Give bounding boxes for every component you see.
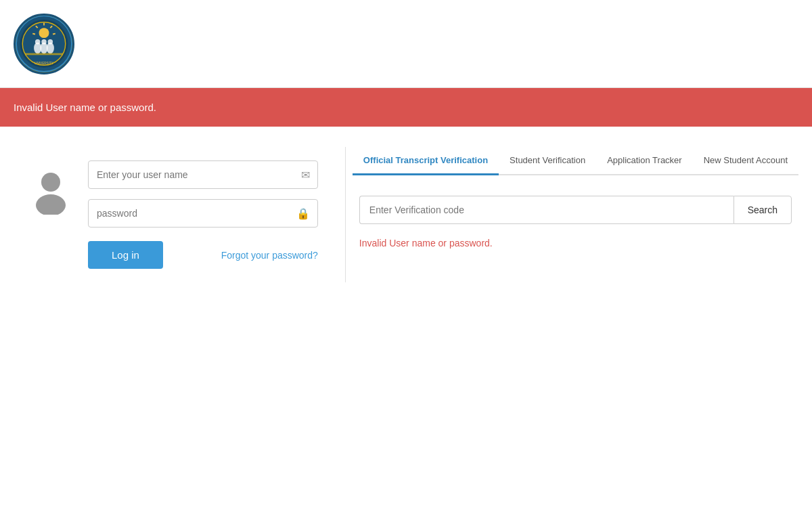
svg-point-12 [41, 39, 46, 44]
search-button[interactable]: Search [734, 196, 792, 224]
tabs: Official Transcript Verification Student… [353, 147, 798, 175]
login-button[interactable]: Log in [88, 241, 163, 269]
search-row: Search [359, 196, 792, 224]
svg-point-18 [36, 194, 66, 215]
right-panel: Official Transcript Verification Student… [345, 147, 798, 282]
svg-line-6 [53, 34, 55, 35]
svg-text:UNIVERSITY: UNIVERSITY [35, 62, 53, 65]
password-wrapper: 🔒 [88, 199, 318, 228]
svg-rect-15 [25, 53, 63, 56]
svg-point-14 [48, 39, 53, 44]
error-banner: Invalid User name or password. [0, 88, 812, 127]
login-actions: Log in Forgot your password? [88, 241, 318, 269]
tab-new-student-account[interactable]: New Student Account [693, 147, 798, 175]
svg-point-17 [41, 173, 60, 192]
error-banner-message: Invalid User name or password. [14, 102, 156, 113]
password-input[interactable] [88, 199, 318, 228]
forgot-password-link[interactable]: Forgot your password? [221, 250, 318, 261]
header: UNIVERSITY [0, 0, 812, 88]
verification-section: Search Invalid User name or password. [353, 189, 798, 255]
username-wrapper: ✉ [88, 160, 318, 189]
svg-point-10 [35, 39, 40, 44]
tab-application-tracker[interactable]: Application Tracker [596, 147, 693, 175]
svg-point-3 [39, 28, 49, 38]
tab-student-verification[interactable]: Student Verification [499, 147, 596, 175]
user-icon: ✉ [301, 169, 310, 181]
verification-code-input[interactable] [359, 196, 734, 224]
svg-line-8 [32, 34, 35, 35]
university-logo: UNIVERSITY [14, 14, 74, 74]
login-section: ✉ 🔒 Log in Forgot your password? [14, 147, 332, 282]
username-input[interactable] [88, 160, 318, 189]
tab-official-transcript[interactable]: Official Transcript Verification [353, 147, 499, 175]
verification-error: Invalid User name or password. [359, 238, 792, 249]
lock-icon: 🔒 [296, 207, 310, 220]
user-avatar [27, 167, 74, 215]
login-form: ✉ 🔒 Log in Forgot your password? [88, 160, 318, 269]
main-content: ✉ 🔒 Log in Forgot your password? Officia… [0, 127, 812, 303]
